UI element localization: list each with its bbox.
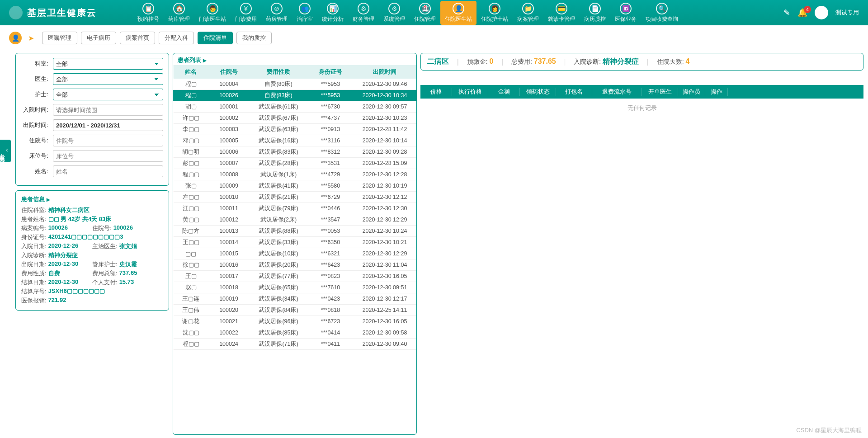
nav-icon: ⊘	[271, 3, 283, 14]
nav-icon: 📋	[142, 3, 154, 14]
discharge-side-tab[interactable]: 出院患者	[0, 140, 11, 162]
nav-治疗室[interactable]: 👥治疗室	[292, 1, 317, 25]
days-value: 4	[686, 57, 690, 65]
patient-row[interactable]: 黄▢▢100012武汉居保(2床)***35472020-12-30 12:29	[173, 214, 416, 226]
nav-icon: 💳	[556, 3, 567, 14]
doctor-select[interactable]: 全部	[53, 73, 163, 85]
username[interactable]: 测试专用	[835, 9, 859, 17]
patient-row[interactable]: 张▢100009武汉居保(41床)***55802020-12-30 10:19	[173, 180, 416, 192]
patient-list-header: 姓名住院号费用性质身份证号出院时间	[173, 65, 416, 79]
discharge-time-input[interactable]	[53, 119, 163, 131]
nav-病历质控[interactable]: 📄病历质控	[580, 1, 610, 25]
app-title: 基层卫生健康云	[27, 7, 97, 19]
patient-info-panel: 患者信息 住院科室:精神科女二病区患者姓名:▢▢ 男 42岁 共4天 83床病案…	[15, 190, 169, 311]
ward-name: 二病区	[427, 57, 449, 66]
label-dept: 科室:	[21, 60, 53, 68]
bed-no-input[interactable]	[53, 150, 163, 162]
patient-row[interactable]: 胡▢明100006武汉居保(83床)***83122020-12-30 09:2…	[173, 146, 416, 158]
app-header: 基层卫生健康云 📋预约挂号🏠药库管理👨门诊医生站¥门诊费用⊘药房管理👥治疗室📊统…	[0, 0, 868, 25]
nav-住院医生站[interactable]: 👤住院医生站	[440, 1, 476, 25]
nav-项目收费查询[interactable]: 🔍项目收费查询	[641, 1, 683, 25]
tab-住院清单[interactable]: 住院清单	[198, 32, 233, 44]
patient-row[interactable]: 程▢▢100008武汉居保(1床)***47292020-12-30 12:28	[173, 169, 416, 180]
nav-住院管理[interactable]: 🏥住院管理	[410, 1, 440, 25]
patient-row[interactable]: 王▢100017武汉居保(77床)***08232020-12-30 16:05	[173, 271, 416, 282]
filter-panel: 科室:全部 医生:全部 护士:全部 入院时间: 出院时间: 住院号: 床位号: …	[15, 53, 169, 186]
patient-list-panel: 患者列表 姓名住院号费用性质身份证号出院时间 程▢100004自费(80床)**…	[173, 53, 417, 435]
nav-药库管理[interactable]: 🏠药库管理	[164, 1, 194, 25]
patient-row[interactable]: 徐▢▢100016武汉居保(20床)***64232020-12-30 11:0…	[173, 259, 416, 271]
patient-list-body: 程▢100004自费(80床)***59532020-12-30 09:46程▢…	[173, 79, 416, 434]
nav-icon: 📁	[522, 3, 534, 14]
tab-电子病历[interactable]: 电子病历	[81, 32, 116, 44]
header-right: ✎ 🔔4 测试专用	[783, 6, 859, 19]
patient-row[interactable]: 程▢100004自费(80床)***59532020-12-30 09:46	[173, 79, 416, 90]
user-circle-icon[interactable]: 👤	[9, 32, 22, 44]
deposit-value: 0	[489, 57, 493, 65]
nav-icon: 🏠	[173, 3, 185, 14]
edit-icon[interactable]: ✎	[783, 8, 790, 18]
detail-table-header: 价格执行价格金额领药状态打包名退费流水号开单医生操作员操作	[420, 85, 863, 99]
nav-门诊医生站[interactable]: 👨门诊医生站	[194, 1, 231, 25]
left-column: 科室:全部 医生:全部 护士:全部 入院时间: 出院时间: 住院号: 床位号: …	[15, 53, 169, 435]
nav-住院护士站[interactable]: 👩住院护士站	[476, 1, 513, 25]
patient-row[interactable]: 程▢▢100024武汉居保(71床)***04112020-12-30 09:4…	[173, 339, 416, 350]
nav-药房管理[interactable]: ⊘药房管理	[261, 1, 292, 25]
summary-bar: 二病区 | 预缴金: 0 | 总费用: 737.65 | 入院诊断: 精神分裂症…	[420, 53, 863, 71]
nav-医保业务[interactable]: 🆔医保业务	[610, 1, 641, 25]
nurse-select[interactable]: 全部	[53, 89, 163, 100]
bell-icon[interactable]: 🔔4	[797, 8, 807, 18]
dept-select[interactable]: 全部	[53, 58, 163, 70]
top-nav: 📋预约挂号🏠药库管理👨门诊医生站¥门诊费用⊘药房管理👥治疗室📊统计分析⚙财务管理…	[133, 1, 683, 25]
nav-财务管理[interactable]: ⚙财务管理	[348, 1, 379, 25]
main-content: 出院患者 科室:全部 医生:全部 护士:全部 入院时间: 出院时间: 住院号: …	[0, 49, 868, 438]
nav-icon: 🆔	[620, 3, 632, 14]
hosp-no-input[interactable]	[53, 135, 163, 146]
patient-row[interactable]: 王▢▢100014武汉居保(33床)***63502020-12-30 10:2…	[173, 237, 416, 248]
nav-统计分析[interactable]: 📊统计分析	[317, 1, 348, 25]
patient-row[interactable]: 邓▢▢100005武汉居保(16床)***31162020-12-30 10:1…	[173, 135, 416, 146]
nav-门诊费用[interactable]: ¥门诊费用	[231, 1, 261, 25]
app-logo: 基层卫生健康云	[9, 6, 97, 19]
patient-row[interactable]: ▢▢100015武汉居保(10床)***63212020-12-30 12:29	[173, 248, 416, 259]
tab-医嘱管理[interactable]: 医嘱管理	[42, 32, 77, 44]
tab-分配入科[interactable]: 分配入科	[159, 32, 194, 44]
label-nurse: 护士:	[21, 90, 53, 99]
label-bedno: 床位号:	[21, 152, 53, 160]
diagnosis-value: 精神分裂症	[603, 57, 639, 65]
detail-empty: 无任何记录	[420, 99, 863, 118]
nav-icon: 👤	[453, 3, 464, 14]
patient-row[interactable]: 李▢▢100003武汉居保(63床)***09132020-12-28 11:4…	[173, 124, 416, 135]
patient-row[interactable]: 沈▢▢100022武汉居保(85床)***04142020-12-30 09:5…	[173, 327, 416, 339]
patient-row[interactable]: 江▢▢100011武汉居保(79床)***04462020-12-30 12:3…	[173, 203, 416, 214]
patient-row[interactable]: 陈▢方100013武汉居保(88床)***00532020-12-30 10:2…	[173, 226, 416, 237]
tab-病案首页[interactable]: 病案首页	[120, 32, 155, 44]
patient-info-title: 患者信息	[21, 195, 163, 203]
nav-就诊卡管理[interactable]: 💳就诊卡管理	[543, 1, 580, 25]
label-doctor: 医生:	[21, 75, 53, 83]
total-value: 737.65	[534, 57, 556, 65]
nav-预约挂号[interactable]: 📋预约挂号	[133, 1, 164, 25]
patient-row[interactable]: 程▢100026自费(83床)***59532020-12-30 10:34	[173, 90, 416, 101]
avatar[interactable]	[815, 6, 828, 19]
patient-row[interactable]: 赵▢100018武汉居保(65床)***76102020-12-30 09:51	[173, 282, 416, 293]
notification-badge: 4	[804, 6, 811, 13]
patient-row[interactable]: 谢▢花100021武汉居保(96床)***67232020-12-30 16:0…	[173, 316, 416, 327]
patient-row[interactable]: 王▢伟100020武汉居保(84床)***08182020-12-25 14:1…	[173, 305, 416, 316]
patient-list-title: 患者列表	[173, 53, 416, 64]
nav-系统管理[interactable]: ⚙系统管理	[379, 1, 410, 25]
patient-row[interactable]: 许▢▢100002武汉居保(67床)***47372020-12-30 10:2…	[173, 113, 416, 124]
nav-icon: 👥	[299, 3, 311, 14]
patient-row[interactable]: 彭▢▢100007武汉居保(28床)***35312020-12-28 15:0…	[173, 158, 416, 169]
tab-我的质控[interactable]: 我的质控	[236, 32, 272, 44]
patient-row[interactable]: 王▢连100019武汉居保(34床)***04232020-12-30 12:1…	[173, 293, 416, 305]
admit-time-input[interactable]	[53, 104, 163, 116]
label-hospno: 住院号:	[21, 137, 53, 145]
label-admit: 入院时间:	[21, 106, 53, 114]
sub-tabs-bar: 👤 ➤ 医嘱管理电子病历病案首页分配入科住院清单我的质控	[0, 25, 868, 49]
patient-row[interactable]: 左▢▢100010武汉居保(21床)***67292020-12-30 12:1…	[173, 192, 416, 203]
name-input[interactable]	[53, 165, 163, 177]
nav-病案管理[interactable]: 📁病案管理	[513, 1, 543, 25]
detail-table: 价格执行价格金额领药状态打包名退费流水号开单医生操作员操作 无任何记录	[420, 85, 863, 435]
patient-row[interactable]: 胡▢100001武汉居保(61床)***67302020-12-30 09:57	[173, 101, 416, 113]
